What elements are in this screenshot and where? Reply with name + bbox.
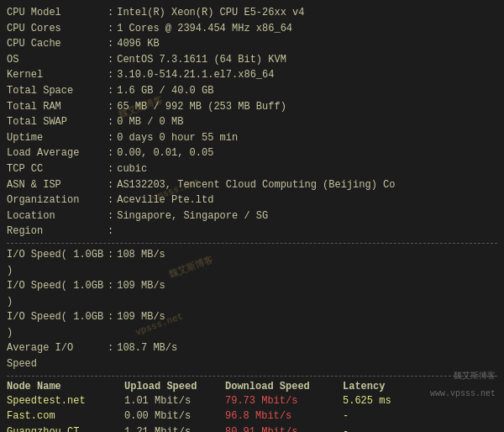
system-row: Load Average : 0.00, 0.01, 0.05 <box>7 145 497 161</box>
io-row: Average I/O Speed : 108.7 MB/s <box>7 340 497 371</box>
net-latency: - <box>343 408 427 424</box>
sys-label: Total RAM <box>7 99 108 115</box>
io-section: I/O Speed( 1.0GB ) : 108 MB/s I/O Speed(… <box>7 247 497 372</box>
system-row: Total SWAP : 0 MB / 0 MB <box>7 114 497 130</box>
sys-value: 3.10.0-514.21.1.el7.x86_64 <box>117 67 497 83</box>
sys-colon: : <box>108 161 113 177</box>
network-row: Fast.com 0.00 Mbit/s 96.8 Mbit/s - <box>7 408 497 424</box>
sys-label: Uptime <box>7 130 108 146</box>
sys-label: Organization <box>7 192 108 208</box>
io-value: 108 MB/s <box>117 247 497 278</box>
sys-colon: : <box>108 192 113 208</box>
system-row: Location : Singapore, Singapore / SG <box>7 208 497 224</box>
sys-value: cubic <box>117 161 497 177</box>
sys-colon: : <box>108 67 113 83</box>
sys-value: 4096 KB <box>117 36 497 52</box>
sys-colon: : <box>108 177 113 193</box>
system-row: Organization : Aceville Pte.ltd <box>7 192 497 208</box>
sys-value: AS132203, Tencent Cloud Computing (Beiji… <box>117 177 497 193</box>
net-latency: 5.625 ms <box>343 393 427 409</box>
col-header-download: Download Speed <box>225 381 343 392</box>
sys-colon: : <box>108 208 113 224</box>
col-header-latency: Latency <box>343 381 427 392</box>
sys-label: CPU Cache <box>7 36 108 52</box>
divider-2 <box>7 376 497 377</box>
system-row: Total RAM : 65 MB / 992 MB (253 MB Buff) <box>7 99 497 115</box>
sys-value: 1.6 GB / 40.0 GB <box>117 83 497 99</box>
system-row: Total Space : 1.6 GB / 40.0 GB <box>7 83 497 99</box>
sys-label: Total SWAP <box>7 114 108 130</box>
sys-colon: : <box>108 21 113 37</box>
system-row: ASN & ISP : AS132203, Tencent Cloud Comp… <box>7 177 497 193</box>
sys-value: Aceville Pte.ltd <box>117 192 497 208</box>
sys-label: Total Space <box>7 83 108 99</box>
io-colon: : <box>108 340 113 371</box>
system-row: CPU Cores : 1 Cores @ 2394.454 MHz x86_6… <box>7 21 497 37</box>
network-table: Node Name Upload Speed Download Speed La… <box>7 380 497 432</box>
sys-label: OS <box>7 52 108 68</box>
main-container: CPU Model : Intel(R) Xeon(R) CPU E5-26xx… <box>0 0 504 432</box>
sys-value: Intel(R) Xeon(R) CPU E5-26xx v4 <box>117 5 497 21</box>
io-label: Average I/O Speed <box>7 340 108 371</box>
sys-value: 65 MB / 992 MB (253 MB Buff) <box>117 99 497 115</box>
sys-label: CPU Cores <box>7 21 108 37</box>
io-colon: : <box>108 278 113 309</box>
sys-value: 0.00, 0.01, 0.05 <box>117 145 497 161</box>
system-row: Region : <box>7 224 497 240</box>
sys-label: Load Average <box>7 145 108 161</box>
net-download: 79.73 Mbit/s <box>225 393 343 409</box>
sys-value: Singapore, Singapore / SG <box>117 208 497 224</box>
network-row: Speedtest.net 1.01 Mbit/s 79.73 Mbit/s 5… <box>7 393 497 409</box>
net-node: Speedtest.net <box>7 393 124 409</box>
net-download: 80.91 Mbit/s <box>225 424 343 432</box>
sys-colon: : <box>108 114 113 130</box>
net-upload: 1.21 Mbit/s <box>124 424 225 432</box>
io-row: I/O Speed( 1.0GB ) : 109 MB/s <box>7 278 497 309</box>
col-header-node: Node Name <box>7 381 124 392</box>
system-row: TCP CC : cubic <box>7 161 497 177</box>
sys-label: Region <box>7 224 108 240</box>
io-value: 109 MB/s <box>117 278 497 309</box>
col-header-upload: Upload Speed <box>124 381 225 392</box>
sys-colon: : <box>108 130 113 146</box>
net-download: 96.8 Mbit/s <box>225 408 343 424</box>
sys-colon: : <box>108 145 113 161</box>
sys-colon: : <box>108 83 113 99</box>
table-header-row: Node Name Upload Speed Download Speed La… <box>7 380 497 393</box>
network-table-body: Speedtest.net 1.01 Mbit/s 79.73 Mbit/s 5… <box>7 393 497 432</box>
io-colon: : <box>108 309 113 340</box>
divider-1 <box>7 243 497 244</box>
network-row: Guangzhou CT 1.21 Mbit/s 80.91 Mbit/s - <box>7 424 497 432</box>
sys-label: ASN & ISP <box>7 177 108 193</box>
sys-colon: : <box>108 52 113 68</box>
system-row: CPU Model : Intel(R) Xeon(R) CPU E5-26xx… <box>7 5 497 21</box>
net-latency: - <box>343 424 427 432</box>
sys-label: Location <box>7 208 108 224</box>
system-row: CPU Cache : 4096 KB <box>7 36 497 52</box>
net-node: Guangzhou CT <box>7 424 124 432</box>
io-colon: : <box>108 247 113 278</box>
sys-value: 0 days 0 hour 55 min <box>117 130 497 146</box>
sys-value: CentOS 7.3.1611 (64 Bit) KVM <box>117 52 497 68</box>
io-row: I/O Speed( 1.0GB ) : 109 MB/s <box>7 309 497 340</box>
system-row: Uptime : 0 days 0 hour 55 min <box>7 130 497 146</box>
io-label: I/O Speed( 1.0GB ) <box>7 247 108 278</box>
system-row: Kernel : 3.10.0-514.21.1.el7.x86_64 <box>7 67 497 83</box>
sys-colon: : <box>108 224 113 240</box>
sys-label: CPU Model <box>7 5 108 21</box>
sys-label: TCP CC <box>7 161 108 177</box>
net-upload: 1.01 Mbit/s <box>124 393 225 409</box>
system-row: OS : CentOS 7.3.1611 (64 Bit) KVM <box>7 52 497 68</box>
sys-colon: : <box>108 5 113 21</box>
net-upload: 0.00 Mbit/s <box>124 408 225 424</box>
io-value: 109 MB/s <box>117 309 497 340</box>
net-node: Fast.com <box>7 408 124 424</box>
sys-colon: : <box>108 36 113 52</box>
io-value: 108.7 MB/s <box>117 340 497 371</box>
sys-value: 1 Cores @ 2394.454 MHz x86_64 <box>117 21 497 37</box>
io-row: I/O Speed( 1.0GB ) : 108 MB/s <box>7 247 497 278</box>
sys-value <box>117 224 497 240</box>
sys-label: Kernel <box>7 67 108 83</box>
io-label: I/O Speed( 1.0GB ) <box>7 278 108 309</box>
system-info-section: CPU Model : Intel(R) Xeon(R) CPU E5-26xx… <box>7 5 497 240</box>
